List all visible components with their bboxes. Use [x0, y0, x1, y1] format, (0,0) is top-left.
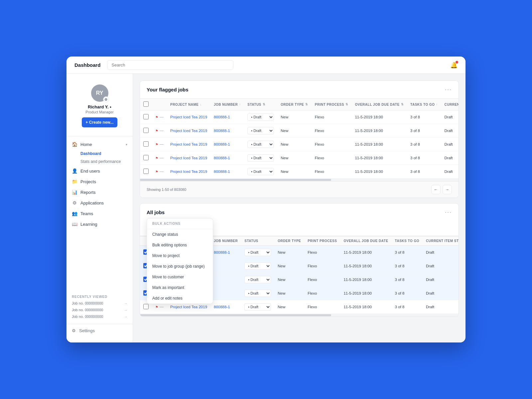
- bulk-move-to-job-group[interactable]: Move to job group (job range): [147, 261, 213, 272]
- flag-icon-4[interactable]: ⚑: [155, 170, 158, 174]
- job-link-2[interactable]: 800888-1: [214, 142, 230, 146]
- recent-item-3-label: Job no. 000000000: [72, 315, 103, 319]
- all-item-status-2: Draft: [423, 273, 459, 287]
- bulk-add-notes[interactable]: Add or edit notes: [147, 293, 213, 304]
- bulk-move-to-project[interactable]: Move to project: [147, 250, 213, 261]
- flag-icon-2[interactable]: ⚑: [155, 143, 158, 146]
- select-all-flagged[interactable]: [143, 101, 149, 107]
- all-item-status-3: Draft: [423, 287, 459, 300]
- sidebar-item-learning[interactable]: 📖 Learning: [66, 219, 133, 229]
- sidebar-item-projects[interactable]: 📁 Projects: [66, 176, 133, 187]
- bulk-move-to-customer[interactable]: Move to customer: [147, 272, 213, 282]
- project-link-1[interactable]: Project Iced Tea 2019: [170, 129, 207, 133]
- all-due-date-2: 11-5-2019 18:00: [340, 273, 391, 287]
- sidebar-item-teams[interactable]: 👥 Teams: [66, 208, 133, 219]
- project-link-0[interactable]: Project Iced Tea 2019: [170, 115, 207, 119]
- all-status-select-0[interactable]: • Draft: [244, 249, 271, 256]
- bulk-editing-options[interactable]: Bulk editing options: [147, 240, 213, 250]
- flagged-row-4: ⚑ — Project Iced Tea 2019 800888-1 • Dra…: [140, 165, 459, 179]
- avatar: RY ⚙: [91, 84, 108, 102]
- flagged-cb-2[interactable]: [143, 141, 149, 147]
- status-select-2[interactable]: • Draft: [247, 141, 274, 148]
- th-item-status-all: CURRENT ITEM STATUS: [423, 236, 459, 246]
- flag-icon-3[interactable]: ⚑: [155, 156, 158, 160]
- print-process-3: Flexo: [312, 151, 352, 165]
- dash-icon-2[interactable]: —: [160, 142, 164, 147]
- notification-icon[interactable]: 🔔: [450, 62, 458, 69]
- all-dash-icon-4[interactable]: —: [160, 305, 164, 309]
- sidebar-item-stats[interactable]: Stats and performance: [66, 158, 133, 166]
- dash-icon-4[interactable]: —: [160, 169, 164, 174]
- project-link-4[interactable]: Project Iced Tea 2019: [170, 170, 207, 174]
- all-due-date-1: 11-5-2019 18:00: [340, 259, 391, 273]
- recent-item-3[interactable]: Job no. 000000000 →: [66, 313, 133, 320]
- bulk-mark-important[interactable]: Mark as important: [147, 282, 213, 293]
- flag-icon-1[interactable]: ⚑: [155, 129, 158, 133]
- all-cb-4[interactable]: [143, 304, 149, 309]
- all-jobs-h-scrollbar[interactable]: [140, 314, 459, 317]
- sort-tasks-icon[interactable]: ↑: [436, 103, 438, 106]
- filter-print-icon[interactable]: ⇅: [345, 103, 348, 106]
- flag-icon-0[interactable]: ⚑: [155, 115, 158, 119]
- print-process-0: Flexo: [312, 110, 352, 124]
- recent-item-1[interactable]: Job no. 000000000 →: [66, 300, 133, 307]
- sidebar-item-end-users[interactable]: 👤 End users: [66, 166, 133, 176]
- job-link-3[interactable]: 800888-1: [214, 156, 230, 160]
- search-input[interactable]: [107, 60, 233, 70]
- all-flag-icon-4[interactable]: ⚑: [155, 305, 158, 309]
- sidebar-item-home[interactable]: 🏠 Home ▾: [66, 139, 133, 150]
- sidebar-item-dashboard[interactable]: Dashboard: [66, 150, 133, 158]
- flagged-cb-0[interactable]: [143, 114, 149, 119]
- filter-order-icon[interactable]: ⇅: [305, 103, 308, 106]
- all-status-select-3[interactable]: • Draft: [244, 290, 271, 297]
- project-link-3[interactable]: Project Iced Tea 2019: [170, 156, 207, 160]
- prev-page-button[interactable]: ←: [431, 185, 441, 194]
- settings-icon: ⚙: [72, 328, 76, 333]
- flagged-jobs-menu-icon[interactable]: ···: [445, 86, 452, 93]
- dash-icon-3[interactable]: —: [160, 156, 164, 160]
- due-date-0: 11-5-2019 18:00: [351, 110, 407, 124]
- next-page-button[interactable]: →: [443, 185, 452, 194]
- sidebar-item-home-label: Home: [80, 142, 92, 147]
- avatar-settings-icon[interactable]: ⚙: [103, 96, 109, 102]
- order-type-3: New: [277, 151, 312, 165]
- filter-status-icon[interactable]: ⇅: [263, 103, 266, 106]
- recent-item-2[interactable]: Job no. 000000000 →: [66, 307, 133, 313]
- job-link-1[interactable]: 800888-1: [214, 129, 230, 133]
- filter-due-icon[interactable]: ⇅: [401, 103, 404, 106]
- all-status-select-1[interactable]: • Draft: [244, 262, 271, 270]
- all-jobs-menu-icon[interactable]: ···: [445, 209, 452, 216]
- all-status-select-4[interactable]: • Draft: [244, 303, 271, 311]
- job-link-4[interactable]: 800888-1: [214, 170, 230, 174]
- all-job-link-4[interactable]: 800888-1: [214, 305, 230, 309]
- all-print-process-4: Flexo: [304, 300, 340, 314]
- due-date-4: 11-5-2019 18:00: [351, 165, 407, 179]
- bulk-change-status[interactable]: Change status: [147, 229, 213, 240]
- flagged-cb-1[interactable]: [143, 128, 149, 133]
- sidebar-item-settings[interactable]: ⚙ Settings: [66, 324, 133, 337]
- dash-icon-1[interactable]: —: [160, 128, 164, 133]
- all-tasks-2: 3 of 8: [392, 273, 423, 287]
- sidebar-item-applications[interactable]: ⚙ Applications: [66, 198, 133, 208]
- job-link-0[interactable]: 800888-1: [214, 115, 230, 119]
- flagged-cb-3[interactable]: [143, 155, 149, 160]
- sort-project-icon[interactable]: ↓: [200, 103, 201, 106]
- all-status-select-2[interactable]: • Draft: [244, 276, 271, 283]
- sidebar-nav: 🏠 Home ▾ Dashboard Stats and performance…: [66, 139, 133, 287]
- all-job-link-0[interactable]: 800888-1: [214, 250, 230, 254]
- status-select-4[interactable]: • Draft: [247, 168, 274, 175]
- project-link-2[interactable]: Project Iced Tea 2019: [170, 142, 207, 146]
- status-select-3[interactable]: • Draft: [247, 154, 274, 162]
- status-select-1[interactable]: • Draft: [247, 127, 274, 134]
- all-project-link-4[interactable]: Project Iced Tea 2019: [170, 305, 207, 309]
- sort-job-icon[interactable]: ↑: [239, 103, 241, 106]
- sidebar-item-reports[interactable]: 📊 Reports: [66, 187, 133, 198]
- th-actions: [152, 99, 167, 110]
- status-select-0[interactable]: • Draft: [247, 113, 274, 121]
- flagged-h-scrollbar[interactable]: [140, 179, 459, 181]
- create-new-button[interactable]: + Create new...: [82, 117, 118, 127]
- tasks-1: 3 of 8: [407, 124, 441, 138]
- flagged-cb-4[interactable]: [143, 169, 149, 174]
- settings-label: Settings: [79, 328, 95, 333]
- dash-icon-0[interactable]: —: [160, 115, 164, 119]
